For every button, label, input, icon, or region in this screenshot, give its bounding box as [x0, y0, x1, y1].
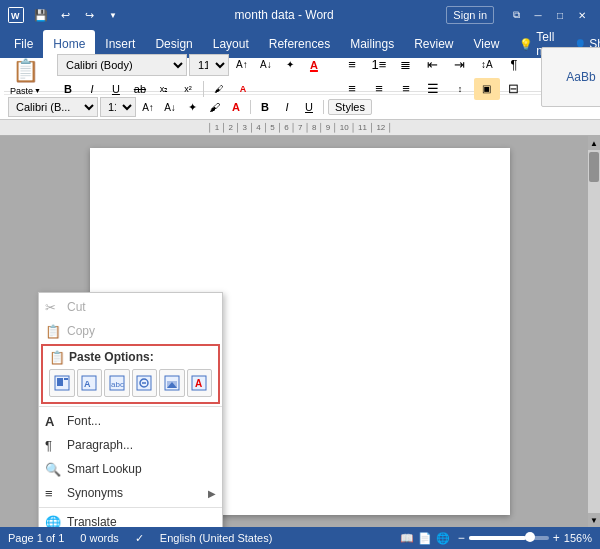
paste-link-source-btn[interactable] — [132, 369, 158, 397]
mini-size-select[interactable]: 11 — [100, 97, 136, 117]
font-size-select[interactable]: 11 — [189, 54, 229, 76]
read-view-icon[interactable]: 📖 — [400, 532, 414, 545]
font-family-select[interactable]: Calibri (Body) — [57, 54, 187, 76]
zoom-in-button[interactable]: + — [553, 531, 560, 545]
mini-bold-button[interactable]: B — [255, 97, 275, 117]
mini-color-btn[interactable]: A — [226, 97, 246, 117]
zoom-percent: 156% — [564, 532, 592, 544]
vertical-scrollbar[interactable]: ▲ ▼ — [588, 136, 600, 527]
show-marks-button[interactable]: ¶ — [501, 54, 527, 76]
svg-rect-4 — [64, 378, 68, 380]
paragraph-icon: ¶ — [45, 438, 52, 453]
svg-text:A: A — [195, 378, 202, 389]
paste-text-only-btn[interactable]: A — [187, 369, 213, 397]
svg-rect-3 — [57, 378, 63, 386]
numbering-button[interactable]: 1≡ — [366, 54, 392, 76]
mini-font-select[interactable]: Calibri (B... — [8, 97, 98, 117]
save-icon[interactable]: 💾 — [32, 6, 50, 24]
paste-keep-text-btn[interactable]: abc — [104, 369, 130, 397]
minimize-button[interactable]: ─ — [528, 5, 548, 25]
sign-in-button[interactable]: Sign in — [446, 6, 494, 24]
zoom-controls: − + 156% — [458, 531, 592, 545]
smart-lookup-icon: 🔍 — [45, 462, 61, 477]
context-menu: ✂ Cut 📋 Copy 📋 Paste Options: — [38, 292, 223, 527]
undo-icon[interactable]: ↩ — [56, 6, 74, 24]
redo-icon[interactable]: ↪ — [80, 6, 98, 24]
mini-italic-button[interactable]: I — [277, 97, 297, 117]
paste-options-icon: 📋 — [49, 350, 65, 365]
format-clear-button[interactable]: ✦ — [279, 54, 301, 76]
bullets-button[interactable]: ≡ — [339, 54, 365, 76]
mini-grow-button[interactable]: A↑ — [138, 97, 158, 117]
paste-picture-btn[interactable] — [159, 369, 185, 397]
zoom-out-button[interactable]: − — [458, 531, 465, 545]
close-button[interactable]: ✕ — [572, 5, 592, 25]
paste-keep-source-btn[interactable] — [49, 369, 75, 397]
font-icon: A — [45, 414, 54, 429]
zoom-thumb[interactable] — [525, 532, 535, 542]
paragraph-menu-item[interactable]: ¶ Paragraph... — [39, 433, 222, 457]
styles-gallery[interactable]: AaBb — [541, 47, 600, 107]
decrease-indent-button[interactable]: ⇤ — [420, 54, 446, 76]
ruler: │ 1 │ 2 │ 3 │ 4 │ 5 │ 6 │ 7 │ 8 │ 9 │ 10… — [0, 120, 600, 136]
app-icon: W — [8, 7, 24, 23]
copy-menu-item[interactable]: 📋 Copy — [39, 319, 222, 343]
spell-check-icon[interactable]: ✓ — [135, 532, 144, 545]
title-bar-title: month data - Word — [122, 8, 446, 22]
multilevel-button[interactable]: ≣ — [393, 54, 419, 76]
customize-icon[interactable]: ▼ — [104, 6, 122, 24]
paste-icon: 📋 — [12, 58, 39, 84]
mini-format-btn[interactable]: ✦ — [182, 97, 202, 117]
maximize-button[interactable]: □ — [550, 5, 570, 25]
decrease-font-button[interactable]: A↓ — [255, 54, 277, 76]
scroll-down-button[interactable]: ▼ — [588, 513, 600, 527]
line-spacing-button[interactable]: ↕ — [447, 78, 473, 100]
word-count: 0 words — [80, 532, 119, 544]
synonyms-arrow: ▶ — [208, 488, 216, 499]
cut-menu-item[interactable]: ✂ Cut — [39, 295, 222, 319]
align-left-button[interactable]: ≡ — [339, 78, 365, 100]
scroll-up-button[interactable]: ▲ — [588, 136, 600, 150]
font-menu-item[interactable]: A Font... — [39, 409, 222, 433]
svg-text:W: W — [11, 11, 20, 21]
increase-indent-button[interactable]: ⇥ — [447, 54, 473, 76]
increase-font-button[interactable]: A↑ — [231, 54, 253, 76]
mini-underline-button[interactable]: U — [299, 97, 319, 117]
paste-icons-row: A abc A — [43, 366, 218, 402]
print-view-icon[interactable]: 📄 — [418, 532, 432, 545]
mini-styles-btn[interactable]: Styles — [328, 99, 372, 115]
zoom-fill — [469, 536, 527, 540]
zoom-slider[interactable] — [469, 536, 549, 540]
scroll-thumb[interactable] — [589, 152, 599, 182]
svg-text:A: A — [84, 379, 91, 389]
shading-button[interactable]: ▣ — [474, 78, 500, 100]
align-center-button[interactable]: ≡ — [366, 78, 392, 100]
mini-highlight-btn[interactable]: 🖌 — [204, 97, 224, 117]
restore-button[interactable]: ⧉ — [506, 5, 526, 25]
svg-text:abc: abc — [111, 380, 124, 389]
title-bar: W 💾 ↩ ↪ ▼ month data - Word Sign in ⧉ ─ … — [0, 0, 600, 30]
copy-icon: 📋 — [45, 324, 61, 339]
paste-options-section: 📋 Paste Options: A abc — [41, 344, 220, 404]
justify-button[interactable]: ☰ — [420, 78, 446, 100]
status-bar: Page 1 of 1 0 words ✓ English (United St… — [0, 527, 600, 549]
sort-button[interactable]: ↕A — [474, 54, 500, 76]
paste-options-label: 📋 Paste Options: — [43, 346, 218, 366]
page-count: Page 1 of 1 — [8, 532, 64, 544]
app-window: W 💾 ↩ ↪ ▼ month data - Word Sign in ⧉ ─ … — [0, 0, 600, 549]
paste-merge-format-btn[interactable]: A — [77, 369, 103, 397]
cut-icon: ✂ — [45, 300, 56, 315]
web-view-icon[interactable]: 🌐 — [436, 532, 450, 545]
synonyms-menu-item[interactable]: ≡ Synonyms ▶ — [39, 481, 222, 505]
align-right-button[interactable]: ≡ — [393, 78, 419, 100]
text-color-btn[interactable]: A — [303, 54, 325, 76]
smart-lookup-menu-item[interactable]: 🔍 Smart Lookup — [39, 457, 222, 481]
mini-shrink-button[interactable]: A↓ — [160, 97, 180, 117]
borders-button[interactable]: ⊟ — [501, 78, 527, 100]
ctx-separator-1 — [39, 406, 222, 407]
paste-button[interactable]: 📋 Paste ▼ — [8, 51, 43, 103]
synonyms-icon: ≡ — [45, 486, 53, 501]
ctx-separator-2 — [39, 507, 222, 508]
translate-icon: 🌐 — [45, 515, 61, 528]
translate-menu-item[interactable]: 🌐 Translate — [39, 510, 222, 527]
